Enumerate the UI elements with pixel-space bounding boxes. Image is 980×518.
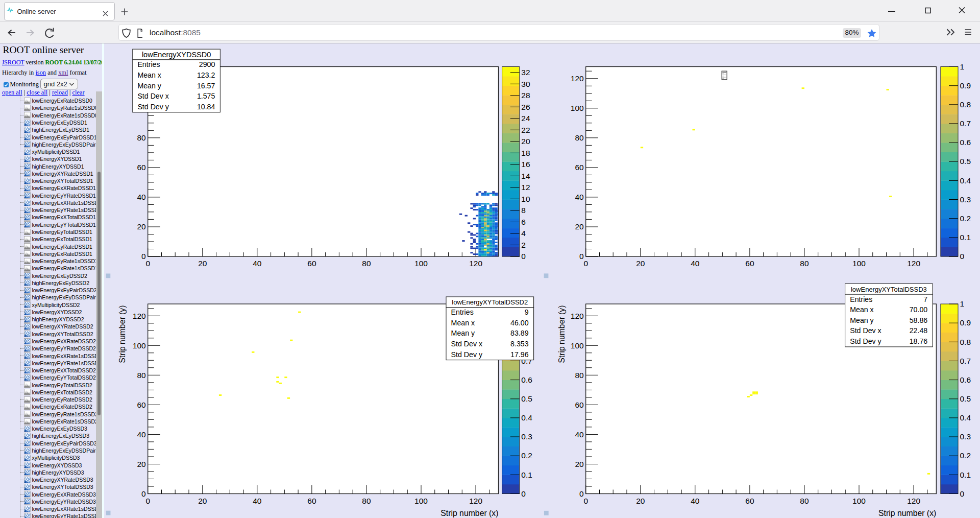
svg-text:20: 20 (137, 222, 146, 231)
svg-text:83.89: 83.89 (510, 329, 529, 337)
svg-text:120: 120 (469, 259, 482, 268)
svg-text:0: 0 (579, 252, 584, 261)
svg-text:8: 8 (521, 206, 526, 215)
svg-text:0.6: 0.6 (521, 375, 532, 384)
svg-text:0.4: 0.4 (960, 176, 971, 185)
svg-text:100: 100 (133, 341, 146, 350)
svg-text:Strip number (x): Strip number (x) (878, 509, 936, 517)
svg-text:0.8: 0.8 (960, 100, 971, 109)
svg-text:16.57: 16.57 (197, 82, 215, 90)
svg-text:17.96: 17.96 (510, 350, 529, 359)
svg-text:20: 20 (198, 497, 207, 505)
svg-text:20: 20 (636, 497, 645, 505)
svg-text:0.9: 0.9 (960, 81, 971, 90)
svg-text:58.86: 58.86 (910, 316, 928, 324)
svg-text:40: 40 (691, 259, 700, 268)
svg-text:0: 0 (521, 252, 526, 261)
svg-text:24: 24 (521, 114, 530, 123)
svg-text:1.575: 1.575 (197, 92, 215, 100)
svg-text:80: 80 (575, 133, 584, 142)
svg-text:28: 28 (521, 91, 530, 100)
svg-text:20: 20 (137, 460, 146, 468)
svg-text:8.353: 8.353 (510, 340, 529, 348)
svg-text:40: 40 (253, 259, 262, 268)
svg-text:0: 0 (583, 497, 588, 505)
svg-text:0.6: 0.6 (960, 375, 971, 384)
svg-text:0.9: 0.9 (960, 318, 971, 327)
svg-text:Mean y: Mean y (451, 329, 475, 337)
svg-text:lowEnergyXYTotalDSSD2: lowEnergyXYTotalDSSD2 (452, 298, 528, 306)
svg-text:1: 1 (960, 299, 965, 308)
svg-text:32: 32 (521, 68, 530, 77)
svg-text:0: 0 (145, 497, 150, 505)
svg-text:40: 40 (137, 193, 146, 201)
svg-text:Entries: Entries (850, 295, 872, 303)
svg-text:80: 80 (362, 497, 371, 505)
svg-text:0.5: 0.5 (960, 157, 971, 166)
svg-text:60: 60 (745, 259, 754, 268)
svg-text:0.7: 0.7 (960, 357, 971, 365)
svg-text:Std Dev x: Std Dev x (137, 92, 169, 100)
svg-text:100: 100 (852, 497, 866, 505)
svg-text:0: 0 (960, 252, 965, 261)
svg-text:0.8: 0.8 (960, 338, 971, 346)
svg-text:120: 120 (133, 312, 146, 320)
svg-text:26: 26 (521, 103, 530, 111)
svg-text:6: 6 (521, 218, 526, 226)
svg-text:2900: 2900 (199, 60, 215, 68)
svg-text:0.4: 0.4 (960, 413, 971, 422)
svg-text:Strip number (y): Strip number (y) (118, 305, 127, 363)
svg-text:100: 100 (571, 341, 584, 350)
svg-text:18: 18 (521, 149, 530, 157)
svg-text:18.76: 18.76 (910, 337, 928, 345)
svg-text:20: 20 (636, 259, 645, 268)
svg-text:0.2: 0.2 (960, 214, 971, 223)
svg-text:Strip number (x): Strip number (x) (440, 509, 498, 517)
svg-text:80: 80 (800, 259, 809, 268)
svg-text:0.4: 0.4 (521, 413, 532, 422)
svg-text:Std Dev y: Std Dev y (451, 350, 483, 359)
svg-text:0.1: 0.1 (521, 470, 532, 479)
svg-text:0: 0 (145, 259, 150, 268)
svg-text:40: 40 (253, 497, 262, 505)
svg-text:123.2: 123.2 (197, 71, 215, 79)
svg-text:120: 120 (907, 259, 920, 268)
svg-text:0: 0 (579, 489, 584, 498)
svg-text:0: 0 (521, 489, 526, 498)
svg-text:80: 80 (137, 371, 146, 380)
svg-text:Mean x: Mean x (451, 319, 475, 327)
svg-text:40: 40 (575, 430, 584, 439)
svg-text:0.6: 0.6 (960, 138, 971, 147)
svg-text:60: 60 (307, 497, 316, 505)
svg-text:14: 14 (521, 172, 530, 180)
svg-text:0.5: 0.5 (521, 394, 532, 403)
svg-text:120: 120 (571, 312, 584, 320)
svg-text:100: 100 (414, 497, 428, 505)
svg-text:0.7: 0.7 (960, 119, 971, 128)
svg-text:120: 120 (907, 497, 920, 505)
svg-text:Std Dev y: Std Dev y (850, 337, 881, 345)
svg-text:100: 100 (414, 259, 428, 268)
svg-text:30: 30 (521, 80, 530, 88)
svg-text:7: 7 (923, 295, 927, 303)
svg-text:2: 2 (521, 241, 526, 249)
svg-text:22: 22 (521, 126, 530, 134)
svg-text:80: 80 (137, 133, 146, 142)
svg-text:20: 20 (575, 222, 584, 231)
svg-text:Mean y: Mean y (137, 82, 161, 90)
svg-text:22.48: 22.48 (910, 326, 928, 335)
svg-text:80: 80 (800, 497, 809, 505)
svg-text:0.5: 0.5 (960, 394, 971, 403)
svg-text:Mean y: Mean y (850, 316, 874, 324)
svg-text:0.2: 0.2 (521, 451, 532, 460)
svg-text:0.2: 0.2 (960, 451, 971, 460)
svg-text:70.00: 70.00 (910, 305, 928, 314)
svg-text:Std Dev x: Std Dev x (451, 340, 483, 348)
svg-text:60: 60 (137, 163, 146, 172)
svg-text:40: 40 (691, 497, 700, 505)
svg-text:100: 100 (571, 104, 584, 112)
svg-text:10: 10 (521, 195, 530, 203)
svg-text:40: 40 (575, 193, 584, 201)
svg-text:Strip number (y): Strip number (y) (557, 305, 566, 363)
svg-text:Std Dev y: Std Dev y (137, 103, 169, 111)
